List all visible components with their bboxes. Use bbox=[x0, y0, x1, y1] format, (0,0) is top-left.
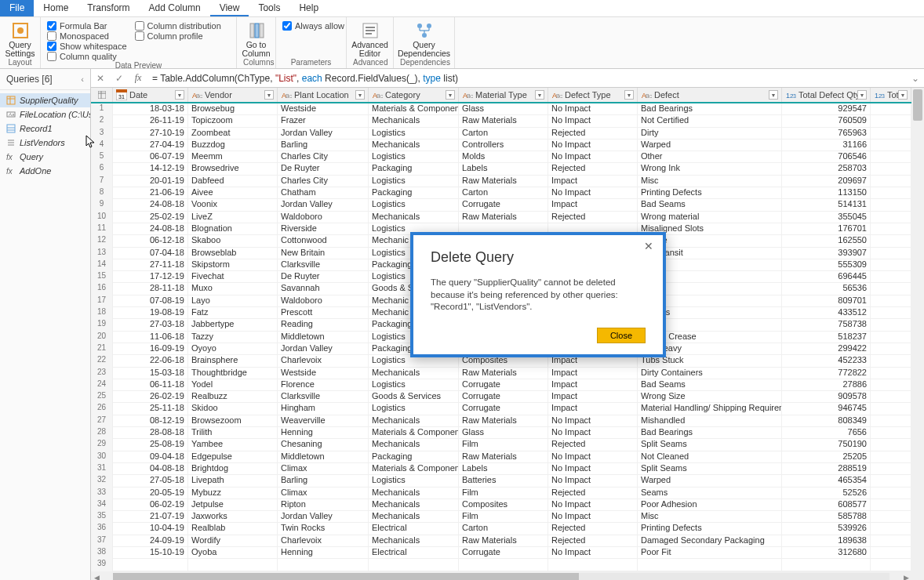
cell[interactable]: Jordan Valley bbox=[278, 343, 369, 355]
cell[interactable]: Rejected bbox=[548, 523, 638, 535]
cell[interactable] bbox=[871, 463, 911, 475]
cell[interactable]: Chesaning bbox=[278, 439, 369, 451]
cell[interactable]: Oyoba bbox=[188, 547, 278, 559]
cell[interactable] bbox=[782, 559, 871, 571]
cell[interactable]: 07-08-19 bbox=[113, 295, 188, 307]
cell[interactable]: 258703 bbox=[782, 163, 871, 175]
cell[interactable]: Poor Fit bbox=[638, 547, 782, 559]
filter-dropdown[interactable]: ▼ bbox=[264, 90, 274, 100]
cell[interactable]: 113150 bbox=[782, 187, 871, 199]
table-row[interactable]: 427-04-19BuzzdogBarlingMechanicalsContro… bbox=[91, 140, 911, 151]
table-row[interactable]: 327-10-19ZoombeatJordan ValleyLogisticsC… bbox=[91, 128, 911, 140]
cell[interactable]: Film bbox=[459, 439, 548, 451]
cell[interactable]: Dabfeed bbox=[188, 176, 278, 187]
cell[interactable]: Charlevoix bbox=[278, 355, 369, 367]
query-settings-button[interactable]: Query Settings bbox=[5, 21, 35, 58]
cell[interactable]: No Impact bbox=[548, 511, 638, 523]
cell[interactable]: Printing Defects bbox=[638, 187, 782, 199]
formula-cancel[interactable]: ✕ bbox=[91, 73, 110, 84]
cell[interactable]: Not Cleaned bbox=[638, 451, 782, 463]
cell[interactable] bbox=[188, 559, 278, 571]
filter-dropdown[interactable]: ▼ bbox=[355, 90, 365, 100]
cell[interactable]: 21-07-19 bbox=[113, 511, 188, 523]
cell[interactable]: 16-09-19 bbox=[113, 343, 188, 355]
query-item-filelocation[interactable]: AaFileLocation (C:\Users... bbox=[0, 107, 90, 121]
cell[interactable]: 312680 bbox=[782, 547, 871, 559]
table-row[interactable]: 924-08-18VoonixJordan ValleyLogisticsCor… bbox=[91, 199, 911, 211]
cell[interactable]: Westside bbox=[278, 368, 369, 379]
cell[interactable] bbox=[871, 103, 911, 115]
cell[interactable]: Impact bbox=[548, 199, 638, 211]
cell[interactable]: Corrugate bbox=[459, 379, 548, 391]
cell[interactable]: 539926 bbox=[782, 523, 871, 535]
cell[interactable]: 22-06-18 bbox=[113, 355, 188, 367]
cell[interactable]: No Impact bbox=[548, 451, 638, 463]
cell[interactable] bbox=[871, 547, 911, 559]
cell[interactable] bbox=[871, 427, 911, 439]
cell[interactable]: 24-08-18 bbox=[113, 199, 188, 211]
cell[interactable]: Westside bbox=[278, 103, 369, 115]
cell[interactable]: LiveZ bbox=[188, 212, 278, 223]
cell[interactable] bbox=[871, 475, 911, 487]
cell[interactable]: Realblab bbox=[188, 523, 278, 535]
cell[interactable]: No Impact bbox=[548, 140, 638, 151]
cell[interactable]: Mechanicals bbox=[369, 212, 459, 223]
cell[interactable]: Clarksville bbox=[278, 259, 369, 271]
cell[interactable]: Wordify bbox=[188, 535, 278, 547]
cell[interactable]: No Impact bbox=[548, 187, 638, 199]
cell[interactable]: Voonix bbox=[188, 199, 278, 211]
cell[interactable] bbox=[871, 115, 911, 127]
cell[interactable]: 19-08-19 bbox=[113, 307, 188, 319]
column-header-material-type[interactable]: ABCMaterial Type▼ bbox=[459, 88, 548, 102]
table-row[interactable]: 2828-08-18TrilithHenningMaterials & Comp… bbox=[91, 427, 911, 439]
cell[interactable]: 433512 bbox=[782, 307, 871, 319]
cell[interactable]: Packaging bbox=[369, 187, 459, 199]
cell[interactable] bbox=[459, 559, 548, 571]
table-row[interactable]: 3610-04-19RealblabTwin RocksElectricalCa… bbox=[91, 523, 911, 535]
cell[interactable]: Clarksville bbox=[278, 391, 369, 403]
cell[interactable]: Yambee bbox=[188, 439, 278, 451]
cell[interactable]: Ripton bbox=[278, 499, 369, 511]
cell[interactable] bbox=[871, 355, 911, 367]
cell[interactable]: No Impact bbox=[548, 463, 638, 475]
cell[interactable]: New Britain bbox=[278, 248, 369, 259]
table-row[interactable]: 3815-10-19OyobaHenningElectricalCorrugat… bbox=[91, 547, 911, 559]
formula-commit[interactable]: ✓ bbox=[110, 73, 129, 84]
table-row[interactable]: 506-07-19MeemmCharles CityLogisticsMolds… bbox=[91, 151, 911, 163]
cell[interactable]: Twin Rocks bbox=[278, 523, 369, 535]
cell[interactable]: Carton bbox=[459, 128, 548, 140]
cell[interactable]: Materials & Components bbox=[369, 103, 459, 115]
table-row[interactable]: 2625-11-18SkidooHinghamLogisticsCorrugat… bbox=[91, 403, 911, 415]
cell[interactable]: 56536 bbox=[782, 283, 871, 295]
table-row[interactable]: 720-01-19DabfeedCharles CityLogisticsRaw… bbox=[91, 176, 911, 187]
cell[interactable] bbox=[871, 140, 911, 151]
cell[interactable]: 04-08-18 bbox=[113, 463, 188, 475]
query-item-query[interactable]: fxQuery bbox=[0, 150, 90, 164]
cell[interactable] bbox=[871, 295, 911, 307]
cell[interactable]: 299422 bbox=[782, 343, 871, 355]
cell[interactable]: Brightdog bbox=[188, 463, 278, 475]
cell[interactable] bbox=[871, 307, 911, 319]
cell[interactable] bbox=[871, 212, 911, 223]
cell[interactable] bbox=[871, 259, 911, 271]
cell[interactable]: Browsezoom bbox=[188, 415, 278, 427]
cell[interactable]: Glass bbox=[459, 427, 548, 439]
cell[interactable]: Other bbox=[638, 151, 782, 163]
cell[interactable]: Trilith bbox=[188, 427, 278, 439]
cell[interactable]: 176701 bbox=[782, 223, 871, 235]
formula-text[interactable]: = Table.AddColumn(ChType, "List", each R… bbox=[147, 73, 907, 84]
query-item-addone[interactable]: fxAddOne bbox=[0, 164, 90, 178]
cell[interactable] bbox=[278, 559, 369, 571]
cell[interactable]: Realbuzz bbox=[188, 391, 278, 403]
cell[interactable]: Electrical bbox=[369, 523, 459, 535]
cell[interactable] bbox=[871, 391, 911, 403]
cell[interactable]: 20-01-19 bbox=[113, 176, 188, 187]
cell[interactable] bbox=[871, 332, 911, 343]
cell[interactable] bbox=[871, 499, 911, 511]
checkbox-column-quality[interactable]: Column quality bbox=[47, 52, 127, 61]
cell[interactable]: Rejected bbox=[548, 212, 638, 223]
cell[interactable]: Carton bbox=[459, 523, 548, 535]
cell[interactable]: Thoughtbridge bbox=[188, 368, 278, 379]
cell[interactable]: Skipstorm bbox=[188, 259, 278, 271]
cell[interactable]: No Impact bbox=[548, 415, 638, 427]
